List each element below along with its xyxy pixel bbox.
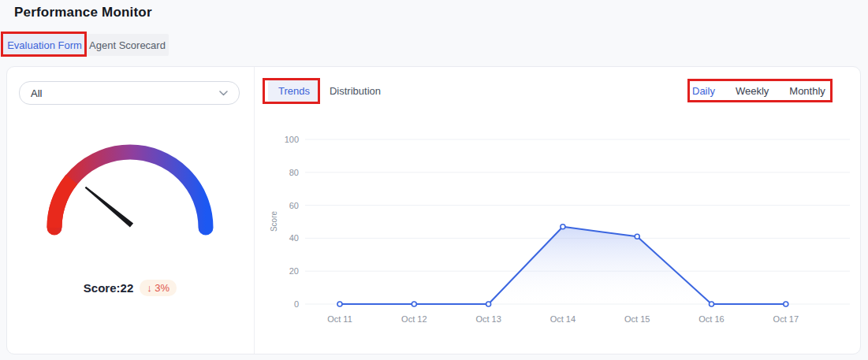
filter-dropdown[interactable]: All — [19, 81, 240, 105]
gauge-arc-track — [54, 152, 206, 228]
score-row: Score:22 ↓ 3% — [32, 280, 229, 296]
chevron-down-icon — [219, 91, 228, 96]
score-gauge — [43, 142, 217, 238]
y-tick-label: 100 — [285, 135, 299, 144]
period-weekly[interactable]: Weekly — [736, 85, 769, 97]
performance-monitor-page: Performance Monitor Evaluation Form Agen… — [0, 0, 868, 360]
chart-tab-bar: Trends Distribution — [268, 80, 389, 102]
y-tick-label: 20 — [289, 266, 299, 276]
y-tick-label: 80 — [289, 168, 299, 177]
x-tick-label: Oct 16 — [698, 314, 724, 324]
nav-tab-bar: Evaluation Form Agent Scorecard — [3, 34, 169, 56]
gauge-arc-progress — [54, 180, 72, 228]
gauge-needle — [85, 187, 133, 228]
period-toggle-group: Daily Weekly Monthly — [692, 80, 825, 102]
y-tick-label: 40 — [289, 233, 299, 243]
x-tick-label: Oct 12 — [401, 314, 427, 324]
tab-trends[interactable]: Trends — [268, 80, 320, 102]
period-monthly[interactable]: Monthly — [789, 85, 825, 97]
tab-evaluation-form[interactable]: Evaluation Form — [3, 34, 86, 56]
data-point-marker — [710, 302, 714, 306]
score-value: Score:22 — [84, 281, 133, 295]
y-axis-label: Score — [270, 211, 278, 232]
data-point-marker — [412, 302, 416, 306]
x-tick-label: Oct 11 — [327, 314, 352, 324]
x-tick-label: Oct 15 — [624, 314, 650, 324]
data-point-marker — [337, 302, 342, 306]
data-point-marker — [784, 302, 788, 306]
y-tick-label: 60 — [289, 201, 299, 210]
data-point-marker — [486, 302, 491, 306]
x-tick-label: Oct 13 — [475, 314, 501, 324]
score-delta-badge: ↓ 3% — [140, 280, 177, 296]
panel-divider — [254, 67, 255, 354]
x-tick-label: Oct 17 — [773, 314, 799, 324]
page-title: Performance Monitor — [14, 5, 152, 20]
tab-distribution[interactable]: Distribution — [322, 80, 389, 102]
data-point-marker — [635, 234, 639, 239]
trends-line-chart: 020406080100ScoreOct 11Oct 12Oct 13Oct 1… — [260, 126, 859, 332]
y-tick-label: 0 — [294, 299, 299, 309]
period-daily[interactable]: Daily — [692, 85, 715, 97]
filter-dropdown-value: All — [31, 87, 42, 99]
tab-agent-scorecard[interactable]: Agent Scorecard — [86, 34, 169, 56]
data-point-marker — [561, 225, 565, 229]
x-tick-label: Oct 14 — [550, 314, 576, 324]
